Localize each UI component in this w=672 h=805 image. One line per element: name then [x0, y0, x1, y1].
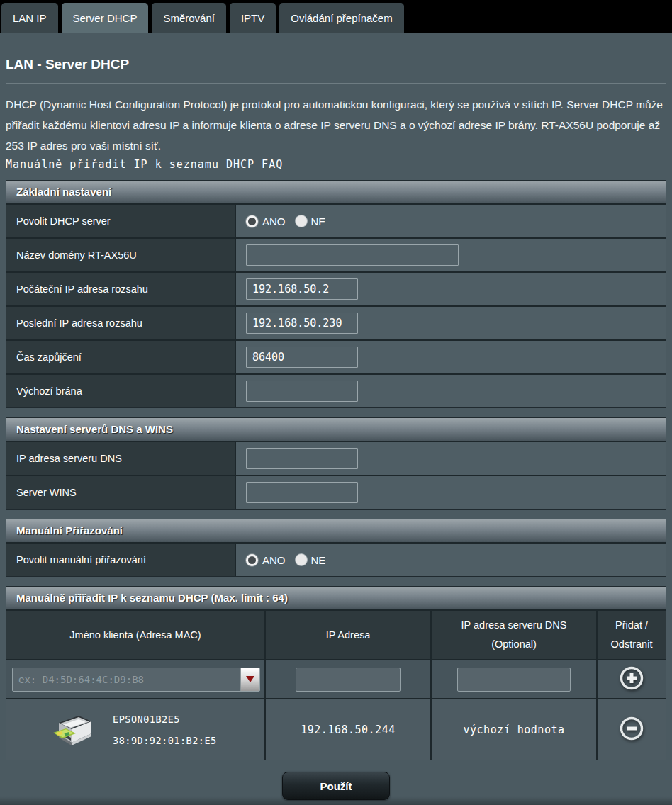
dhcp-enable-no-radio[interactable]: [296, 215, 307, 227]
client-mac-input[interactable]: [12, 668, 260, 692]
client-text: EPSON01B2E5 38:9D:92:01:B2:E5: [113, 709, 217, 751]
client-dns-input[interactable]: [457, 668, 571, 692]
manual-enable-yes-label: ANO: [262, 554, 286, 566]
ip-pool-start-value: [236, 273, 666, 305]
dhcp-enable-no-label: NE: [311, 215, 326, 227]
tab-smerovani[interactable]: Směrování: [152, 3, 226, 33]
table-row: Povolit DHCP server ANO NE: [6, 203, 666, 237]
lease-time-value: [236, 341, 666, 373]
domain-name-value: [236, 239, 666, 271]
column-header-add-remove: Přidat / Odstranit: [598, 611, 666, 659]
default-gateway-label: Výchozí brána: [6, 375, 236, 407]
tab-bar: LAN IP Server DHCP Směrování IPTV Ovládá…: [0, 0, 672, 33]
apply-button[interactable]: Použít: [282, 772, 390, 800]
wins-server-value: [236, 476, 666, 509]
tab-iptv[interactable]: IPTV: [230, 3, 276, 33]
dns-server-input[interactable]: [246, 448, 358, 469]
new-client-ip-cell: [266, 660, 432, 698]
client-name: EPSON01B2E5: [113, 709, 217, 730]
client-mac: 38:9D:92:01:B2:E5: [113, 730, 217, 751]
footer-shade: [0, 796, 672, 805]
section-header-manual: Manuální Přiřazování: [6, 519, 666, 542]
ip-pool-end-value: [236, 307, 666, 339]
section-header-dns-wins: Nastavení serverů DNS a WINS: [6, 418, 666, 441]
domain-name-input[interactable]: [246, 244, 459, 266]
ip-pool-end-label: Poslední IP adresa rozsahu: [6, 307, 236, 339]
dns-wins-table: Nastavení serverů DNS a WINS IP adresa s…: [6, 417, 666, 510]
dhcp-list-table: Manuálně přiřadit IP k seznamu DHCP (Max…: [6, 586, 666, 760]
lease-time-label: Čas zapůjčení: [6, 341, 236, 373]
ip-pool-start-label: Počáteční IP adresa rozsahu: [6, 273, 236, 305]
plus-icon: [619, 665, 644, 691]
table-row: Server WINS: [6, 475, 666, 509]
tab-lan-ip[interactable]: LAN IP: [1, 3, 58, 33]
mac-dropdown-button[interactable]: [240, 668, 259, 691]
table-row: IP adresa serveru DNS: [6, 441, 666, 475]
lease-time-input[interactable]: [246, 347, 358, 368]
client-ip: 192.168.50.244: [266, 699, 432, 760]
client-ip-input[interactable]: [296, 668, 401, 692]
new-client-dns-cell: [432, 660, 598, 698]
default-gateway-input[interactable]: [246, 381, 358, 402]
dhcp-enable-label: Povolit DHCP server: [6, 205, 236, 237]
section-header-basic: Základní nastavení: [6, 181, 666, 203]
page-title: LAN - Server DHCP: [6, 57, 666, 84]
dhcp-enable-value: ANO NE: [236, 205, 666, 237]
table-row: Poslední IP adresa rozsahu: [6, 305, 666, 339]
dhcp-enable-yes-radio[interactable]: [246, 215, 258, 227]
manual-enable-no-label: NE: [311, 554, 326, 566]
table-row: Povolit manuální přiřazování ANO NE: [6, 542, 666, 576]
wins-server-label: Server WINS: [6, 476, 236, 509]
add-cell: [598, 660, 666, 698]
tab-server-dhcp[interactable]: Server DHCP: [62, 3, 149, 33]
ip-pool-start-input[interactable]: [246, 278, 358, 300]
apply-area: Použít: [6, 772, 666, 800]
table-row: Název domény RT-AX56U: [6, 237, 666, 271]
page-description: DHCP (Dynamic Host Configuration Protoco…: [6, 94, 666, 156]
chevron-down-icon: [246, 676, 254, 682]
ip-pool-end-input[interactable]: [246, 313, 358, 334]
dhcp-enable-yes-label: ANO: [262, 215, 286, 227]
column-header-ip: IP Adresa: [266, 611, 432, 659]
dhcp-list-column-headers: Jméno klienta (Adresa MAC) IP Adresa IP …: [6, 609, 666, 659]
domain-name-label: Název domény RT-AX56U: [6, 239, 236, 271]
client-identity-cell: EPSON01B2E5 38:9D:92:01:B2:E5: [6, 699, 266, 760]
manual-enable-label: Povolit manuální přiřazování: [6, 544, 236, 576]
manual-enable-yes-radio[interactable]: [246, 554, 258, 566]
section-header-dhcp-list: Manuálně přiřadit IP k seznamu DHCP (Max…: [6, 587, 666, 609]
minus-icon: [619, 716, 644, 741]
add-client-row: [6, 659, 666, 698]
page-content: LAN - Server DHCP DHCP (Dynamic Host Con…: [0, 57, 672, 800]
printer-icon: [52, 711, 96, 748]
default-gateway-value: [236, 375, 666, 407]
column-header-dns: IP adresa serveru DNS (Optional): [432, 611, 598, 659]
column-header-client-name: Jméno klienta (Adresa MAC): [6, 611, 266, 659]
basic-settings-table: Základní nastavení Povolit DHCP server A…: [6, 180, 666, 408]
remove-client-button[interactable]: [619, 716, 644, 743]
dns-server-label: IP adresa serveru DNS: [6, 442, 236, 475]
client-row: EPSON01B2E5 38:9D:92:01:B2:E5 192.168.50…: [6, 698, 666, 760]
tab-ovladani-prepinacem[interactable]: Ovládání přepínačem: [279, 3, 403, 33]
table-row: Počáteční IP adresa rozsahu: [6, 271, 666, 305]
dns-server-value: [236, 442, 666, 475]
manual-enable-no-radio[interactable]: [296, 554, 307, 565]
remove-cell: [598, 699, 666, 760]
manual-enable-value: ANO NE: [236, 544, 666, 576]
new-client-mac-cell: [6, 660, 266, 698]
table-row: Výchozí brána: [6, 373, 666, 407]
faq-link[interactable]: Manuálně přiřadit IP k seznamu DHCP FAQ: [6, 158, 283, 171]
mac-combo: [12, 668, 260, 692]
table-row: Čas zapůjčení: [6, 339, 666, 373]
wins-server-input[interactable]: [246, 482, 358, 503]
manual-assignment-table: Manuální Přiřazování Povolit manuální př…: [6, 519, 666, 577]
add-client-button[interactable]: [619, 665, 644, 693]
client-dns: výchozí hodnota: [432, 699, 598, 760]
